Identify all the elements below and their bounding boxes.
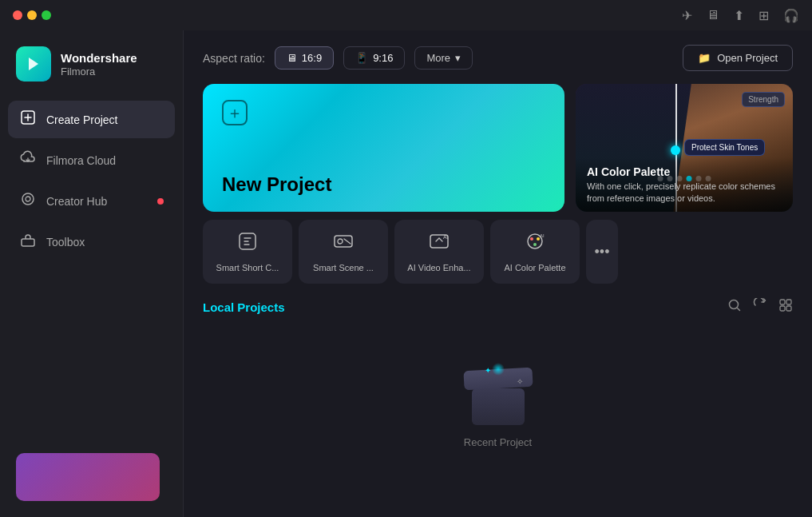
local-projects-title: Local Projects (203, 300, 285, 314)
tool-smart-scene[interactable]: Smart Scene ... (299, 220, 388, 284)
new-project-card[interactable]: ＋ New Project (203, 84, 564, 212)
sidebar-item-toolbox-label: Toolbox (46, 236, 85, 249)
ai-skin-tag: Protect Skin Tones (684, 139, 765, 156)
sidebar: Wondershare Filmora Create Project (0, 30, 184, 517)
ai-color-palette-label: AI Color Palette (504, 263, 565, 272)
new-project-plus-icon: ＋ (222, 100, 248, 125)
ai-strength-tag: Strength (742, 92, 785, 107)
headset-icon[interactable]: 🎧 (783, 8, 799, 23)
more-label: More (426, 52, 450, 64)
svg-text:AI: AI (443, 234, 449, 240)
sidebar-logo: Wondershare Filmora (0, 30, 183, 101)
sidebar-item-filmora-cloud-label: Filmora Cloud (46, 154, 116, 167)
tool-smart-short-clip[interactable]: Smart Short C... (203, 220, 292, 284)
search-icon[interactable] (727, 298, 742, 316)
sidebar-bottom (0, 440, 183, 517)
layout-icon[interactable]: ⊞ (759, 8, 769, 23)
ai-video-enhance-icon: AI (429, 231, 450, 257)
navigation-icon[interactable]: ✈ (682, 8, 692, 23)
aspect-label: Aspect ratio: (203, 52, 265, 65)
svg-rect-6 (335, 236, 352, 247)
close-button[interactable] (13, 10, 22, 20)
app-logo-icon (16, 46, 51, 82)
more-button[interactable]: More ▾ (414, 46, 473, 70)
tool-ai-color-palette[interactable]: AI AI Color Palette (490, 220, 580, 284)
smart-scene-label: Smart Scene ... (313, 263, 374, 272)
topbar: Aspect ratio: 🖥 16:9 📱 9:16 More ▾ 📁 Ope… (184, 30, 812, 84)
main-layout: Wondershare Filmora Create Project (0, 30, 812, 517)
ai-promo-card[interactable]: Strength Protect Skin Tones AI Col (576, 84, 793, 212)
empty-box-illustration: ✦ ✧ (462, 361, 534, 425)
smart-short-clip-icon (237, 231, 258, 257)
titlebar-icons: ✈ 🖥 ⬆ ⊞ 🎧 (682, 8, 799, 23)
monitor-icon[interactable]: 🖥 (707, 8, 719, 22)
local-projects-actions (727, 298, 793, 316)
local-projects-header: Local Projects (184, 284, 812, 324)
ai-promo-description: With one click, precisely replicate colo… (587, 181, 782, 204)
svg-rect-4 (22, 239, 34, 246)
svg-point-13 (533, 243, 537, 246)
sidebar-item-toolbox[interactable]: Toolbox (8, 223, 175, 260)
box-body (472, 388, 525, 425)
aspect-9-16-button[interactable]: 📱 9:16 (343, 46, 405, 70)
maximize-button[interactable] (42, 10, 51, 20)
app-sub: Filmora (61, 66, 137, 78)
svg-text:AI: AI (540, 233, 545, 238)
aspect-9-16-label: 9:16 (373, 52, 393, 64)
aspect-16-9-label: 16:9 (302, 52, 322, 64)
app-name: Wondershare (61, 51, 137, 66)
sparkle-2: ✧ (517, 377, 523, 386)
sparkle-1: ✦ (485, 366, 491, 375)
user-avatar[interactable] (16, 453, 160, 501)
aspect-16-9-icon: 🖥 (287, 52, 297, 64)
smart-short-clip-label: Smart Short C... (216, 263, 279, 272)
sidebar-item-create-project-label: Create Project (46, 113, 117, 126)
svg-point-11 (530, 237, 533, 241)
cards-row: ＋ New Project Strength Protect Skin Tone… (184, 84, 812, 212)
open-project-button[interactable]: 📁 Open Project (683, 45, 793, 71)
sidebar-item-creator-hub-label: Creator Hub (46, 195, 107, 208)
tools-row: Smart Short C... Smart Scene ... (184, 212, 812, 284)
sidebar-nav: Create Project Filmora Cloud (0, 101, 183, 440)
ai-promo-title: AI Color Palette (587, 165, 782, 178)
empty-state: ✦ ✧ Recent Project (184, 324, 812, 517)
download-icon[interactable]: ⬆ (734, 8, 744, 23)
ai-color-palette-icon: AI (525, 231, 545, 257)
aspect-16-9-button[interactable]: 🖥 16:9 (275, 46, 334, 70)
svg-point-2 (22, 193, 34, 205)
box-glow (492, 363, 505, 376)
logo-text: Wondershare Filmora (61, 51, 137, 78)
tool-ai-video-enhance[interactable]: AI AI Video Enha... (394, 220, 484, 284)
empty-state-label: Recent Project (464, 436, 532, 448)
open-project-label: Open Project (717, 52, 778, 64)
more-chevron-icon: ▾ (455, 52, 461, 64)
toolbox-icon (19, 232, 37, 252)
refresh-icon[interactable] (753, 298, 767, 316)
more-tools-icon: ••• (595, 244, 610, 260)
open-project-folder-icon: 📁 (698, 52, 711, 64)
grid-view-icon[interactable] (778, 298, 793, 316)
svg-rect-18 (780, 306, 785, 311)
svg-point-15 (730, 300, 739, 309)
create-project-icon (19, 109, 37, 129)
creator-hub-icon (19, 191, 37, 211)
smart-scene-icon (333, 231, 354, 257)
ai-promo-overlay: AI Color Palette With one click, precise… (576, 157, 793, 212)
minimize-button[interactable] (27, 10, 37, 20)
new-project-title: New Project (222, 173, 545, 196)
svg-rect-17 (786, 300, 791, 304)
ai-video-enhance-label: AI Video Enha... (407, 263, 470, 272)
scan-dot (671, 145, 680, 155)
filmora-cloud-icon (19, 150, 37, 170)
ai-promo-image: Strength Protect Skin Tones AI Col (576, 84, 793, 212)
titlebar: ✈ 🖥 ⬆ ⊞ 🎧 (0, 0, 812, 30)
more-tools-button[interactable]: ••• (586, 220, 618, 284)
svg-point-7 (338, 239, 343, 244)
sidebar-item-filmora-cloud[interactable]: Filmora Cloud (8, 141, 175, 179)
titlebar-left (13, 10, 51, 20)
svg-rect-16 (780, 300, 785, 304)
creator-hub-notification-dot (157, 198, 164, 205)
sidebar-item-creator-hub[interactable]: Creator Hub (8, 182, 175, 220)
svg-marker-0 (29, 58, 38, 70)
sidebar-item-create-project[interactable]: Create Project (8, 101, 175, 138)
